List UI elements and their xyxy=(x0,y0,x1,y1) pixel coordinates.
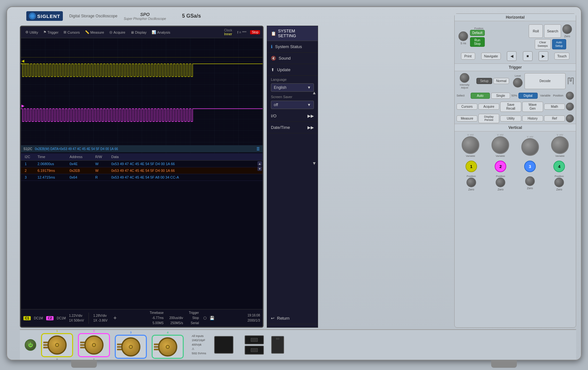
row3-rw: R xyxy=(94,175,110,180)
stop-label: Stop xyxy=(252,30,258,34)
return-item[interactable]: ↩ Return xyxy=(267,313,318,324)
ch3-scale-knob[interactable] xyxy=(521,138,539,156)
search-btn[interactable]: Search xyxy=(544,24,561,38)
ch1-scale-knob[interactable] xyxy=(462,136,479,154)
sound-item[interactable]: 🔇 Sound xyxy=(267,53,318,64)
update-item[interactable]: ⬆ Update xyxy=(267,64,318,76)
power-button[interactable]: ⏻ xyxy=(25,339,36,351)
print-btn[interactable]: Print xyxy=(461,53,475,60)
normal-btn[interactable]: Normal xyxy=(493,78,509,84)
ch2-group: V mV Variable xyxy=(491,133,509,157)
vertical-section-header: Vertical xyxy=(455,124,576,131)
ch2-button[interactable]: 2 xyxy=(495,161,506,172)
analysis-btn[interactable]: 📊 Analysis xyxy=(150,29,172,35)
touch-btn[interactable]: Touch xyxy=(554,53,569,60)
cursors-ctrl-btn[interactable]: Cursors xyxy=(457,104,477,110)
ch2-pos-knob[interactable] xyxy=(496,178,505,187)
ch1-pos-knob[interactable] xyxy=(466,178,476,187)
wave-gen-btn[interactable]: WaveGen xyxy=(522,102,543,112)
ch1-badge: C1 xyxy=(23,316,31,320)
ref-btn[interactable]: Ref xyxy=(544,115,565,122)
vertical-label: Vertical xyxy=(508,125,522,130)
col-address: Address xyxy=(68,154,94,159)
timebase-knob[interactable] xyxy=(458,31,468,41)
ref-knob[interactable] xyxy=(566,114,574,122)
single-btn[interactable]: Single xyxy=(491,93,510,99)
ch4-button[interactable]: 4 xyxy=(553,161,565,172)
scroll-down[interactable]: ▼ xyxy=(257,166,262,171)
intensity-knob[interactable] xyxy=(460,73,469,83)
variable-knob[interactable] xyxy=(566,92,574,100)
col-rw: R/W xyxy=(94,154,110,159)
usb-port-2 xyxy=(245,346,264,355)
position-knob[interactable] xyxy=(562,24,572,34)
ch4-pos-knob[interactable] xyxy=(554,178,564,187)
digital-btn[interactable]: Digital xyxy=(518,93,538,99)
display-persist-btn[interactable]: DisplayPersist xyxy=(478,114,499,123)
freq-value: f = *** xyxy=(237,30,246,34)
run-stop-btn[interactable]: RunStop xyxy=(470,37,485,47)
screen-saver-value: off xyxy=(274,103,278,107)
ch3-button[interactable]: 3 xyxy=(524,161,536,172)
ch3-pos-group: Zero xyxy=(525,176,535,190)
ch2-info: 1.28V/div 1X -3.86V xyxy=(93,313,107,323)
row2-address: 0x2EB xyxy=(68,168,94,173)
scroll-up-panel[interactable]: ▲ xyxy=(312,90,316,95)
utility-label: Utility xyxy=(29,30,38,34)
sound-label: Sound xyxy=(279,56,291,61)
sys-settings-panel: 📋 SYSTEM SETTING ℹ System Status 🔇 Sound… xyxy=(267,26,318,328)
measure-ctrl-btn[interactable]: Measure xyxy=(457,115,477,122)
horizontal-label: Horizontal xyxy=(506,15,525,20)
cursors-btn[interactable]: ⊞ Cursors xyxy=(62,29,82,35)
row2-rw: W xyxy=(94,168,110,173)
language-dropdown[interactable]: English ▼ xyxy=(271,83,314,92)
ch1-pos-group: Position Zero xyxy=(466,175,476,191)
oscilloscope-screen: ⚙ Utility ⚑ Trigger ⊞ Cursors 📏 Measure … xyxy=(20,26,264,328)
card-slots: SD xyxy=(271,336,284,354)
row1-rw: W xyxy=(94,161,110,166)
left-arrow-btn[interactable]: ◀ xyxy=(507,51,517,61)
display-btn[interactable]: 🖥 Display xyxy=(129,30,148,35)
waveform-area: ◀ ▶ xyxy=(21,38,263,154)
auto-btn[interactable]: Auto xyxy=(471,93,490,99)
roll-btn[interactable]: Roll xyxy=(529,24,543,38)
trigger-btn[interactable]: ⚑ Trigger xyxy=(41,29,60,35)
setup-trigger-btn[interactable]: Setup xyxy=(476,78,492,84)
auto-setup-btn[interactable]: AutoSetup xyxy=(552,39,566,49)
stop-btn[interactable]: ■ xyxy=(523,51,533,61)
ch4-scale-knob[interactable] xyxy=(551,136,569,154)
system-status-item[interactable]: ℹ System Status xyxy=(267,41,318,53)
utility-btn[interactable]: ⚙ Utility xyxy=(23,29,40,35)
level-knob[interactable] xyxy=(513,78,523,88)
utility-ctrl-btn[interactable]: Utility xyxy=(500,115,521,122)
math-knob[interactable] xyxy=(566,103,574,111)
save-recall-btn[interactable]: SaveRecall xyxy=(500,102,521,112)
ch3-pos-knob[interactable] xyxy=(525,176,535,186)
math-btn[interactable]: Math xyxy=(544,104,565,110)
navigate-btn[interactable]: Navigate xyxy=(481,53,501,60)
acquire-ctrl-btn[interactable]: Acquire xyxy=(478,104,499,110)
ch2-scale-knob[interactable] xyxy=(491,136,509,154)
ch1-bnc xyxy=(41,333,73,357)
screen-saver-dropdown[interactable]: off ▼ xyxy=(271,101,314,109)
default-btn[interactable]: Default xyxy=(470,30,485,36)
io-item[interactable]: I/O ▶▶ xyxy=(267,110,318,122)
ch1-button[interactable]: 1 xyxy=(466,161,477,172)
measure-label: Measure xyxy=(90,30,104,34)
history-btn[interactable]: History xyxy=(522,115,543,122)
acquire-btn[interactable]: ◎ Acquire xyxy=(107,29,127,35)
measure-btn[interactable]: 📏 Measure xyxy=(83,29,106,35)
level-knob-group: Level xyxy=(513,74,523,88)
scroll-down-panel[interactable]: ▼ xyxy=(312,161,316,166)
sample-rate: 5 GSa/s xyxy=(182,13,201,19)
usb-port-1 xyxy=(245,335,264,344)
clear-sweeps-btn[interactable]: ClearSweeps xyxy=(535,39,551,49)
datetime-item[interactable]: Date/Time ▶▶ xyxy=(267,122,318,133)
table-row: 1 2.06800us 0x4E W 0x53 49 47 4C 45 4E 5… xyxy=(21,161,263,167)
col-data: Data xyxy=(110,154,260,159)
decode-btn[interactable]: Decode xyxy=(525,73,566,89)
right-arrow-btn[interactable]: ▶ xyxy=(539,51,548,61)
scroll-up[interactable]: ▲ xyxy=(257,161,262,166)
ch3-bnc xyxy=(115,335,147,359)
clock-info: Clock Inner xyxy=(224,29,233,36)
